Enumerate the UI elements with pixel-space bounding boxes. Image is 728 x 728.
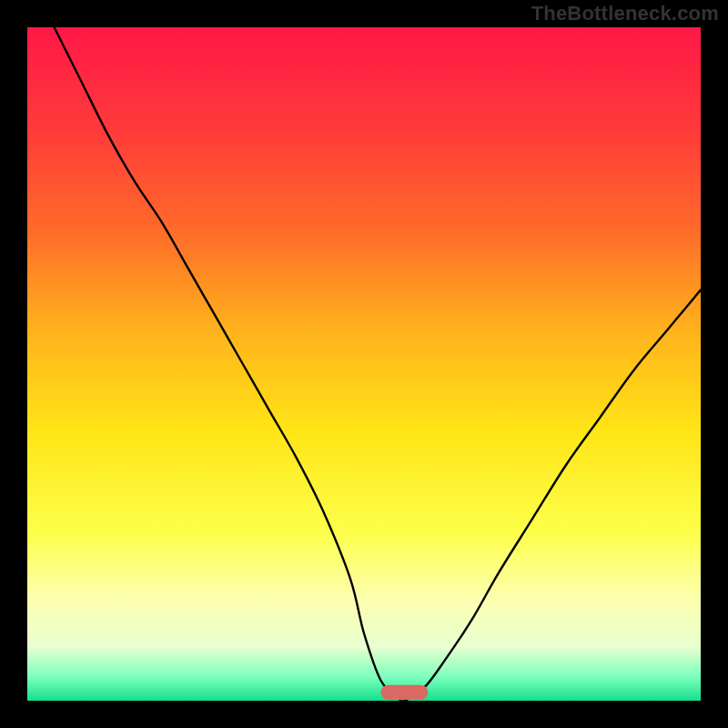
gradient-background (27, 27, 701, 701)
watermark-label: TheBottleneck.com (531, 2, 719, 25)
chart-frame: TheBottleneck.com (0, 0, 728, 728)
optimum-marker (381, 685, 429, 700)
bottleneck-chart (27, 27, 701, 701)
plot-area (27, 27, 701, 701)
